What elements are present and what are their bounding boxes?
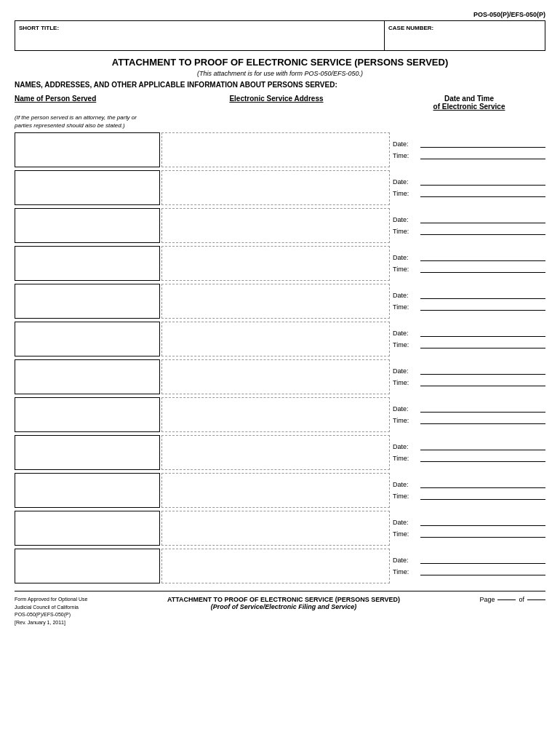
date-label: Date: <box>393 367 420 375</box>
name-cell[interactable] <box>15 132 160 167</box>
name-cell[interactable] <box>15 359 160 394</box>
datetime-cell: Date: Time: <box>393 549 545 583</box>
time-underline[interactable] <box>420 228 545 235</box>
address-cell[interactable] <box>161 322 390 356</box>
case-number-box[interactable]: CASE NUMBER: <box>385 21 545 50</box>
name-cell[interactable] <box>15 473 160 508</box>
date-underline[interactable] <box>420 292 545 299</box>
time-underline[interactable] <box>420 568 545 575</box>
time-label: Time: <box>393 266 420 273</box>
date-line: Date: <box>393 330 545 337</box>
date-underline[interactable] <box>420 216 545 223</box>
datetime-header-line1: Date and Time <box>393 95 545 103</box>
date-label: Date: <box>393 178 420 186</box>
time-underline[interactable] <box>420 379 545 386</box>
datetime-cell: Date: Time: <box>393 511 545 546</box>
address-cell[interactable] <box>161 511 390 546</box>
name-cell[interactable] <box>15 397 160 432</box>
date-line: Date: <box>393 216 545 223</box>
address-cell[interactable] <box>161 170 390 205</box>
time-underline[interactable] <box>420 417 545 424</box>
address-cell[interactable] <box>161 132 390 167</box>
page-label: Page <box>479 596 495 603</box>
address-cell[interactable] <box>161 549 390 583</box>
time-line: Time: <box>393 455 545 462</box>
name-cell[interactable] <box>15 549 160 583</box>
time-label: Time: <box>393 341 420 348</box>
footer-left: Form Approved for Optional Use Judicial … <box>15 596 109 626</box>
date-underline[interactable] <box>420 405 545 413</box>
date-underline[interactable] <box>420 254 545 261</box>
address-cell[interactable] <box>161 246 390 281</box>
footer-form-number: POS-050(P)/EFS-050(P) <box>15 611 109 619</box>
table-row: Date: Time: <box>15 435 545 470</box>
table-row: Date: Time: <box>15 511 545 546</box>
date-underline[interactable] <box>420 178 545 186</box>
time-underline[interactable] <box>420 530 545 538</box>
short-title-label: SHORT TITLE: <box>19 25 59 31</box>
time-label: Time: <box>393 303 420 311</box>
date-label: Date: <box>393 481 420 488</box>
table-row: Date: Time: <box>15 397 545 432</box>
date-line: Date: <box>393 140 545 148</box>
date-label: Date: <box>393 405 420 413</box>
short-title-box[interactable]: SHORT TITLE: <box>15 21 385 50</box>
date-line: Date: <box>393 481 545 488</box>
data-rows-container: Date: Time: Date: Time: <box>15 132 545 583</box>
date-underline[interactable] <box>420 481 545 488</box>
name-cell[interactable] <box>15 246 160 281</box>
date-line: Date: <box>393 254 545 261</box>
time-underline[interactable] <box>420 455 545 462</box>
date-label: Date: <box>393 443 420 450</box>
time-line: Time: <box>393 341 545 348</box>
name-cell[interactable] <box>15 435 160 470</box>
time-underline[interactable] <box>420 303 545 311</box>
address-cell[interactable] <box>161 397 390 432</box>
address-cell[interactable] <box>161 208 390 243</box>
date-underline[interactable] <box>420 443 545 450</box>
datetime-cell: Date: Time: <box>393 246 545 281</box>
address-cell[interactable] <box>161 359 390 394</box>
council-label: Judicial Council of California <box>15 604 109 612</box>
address-cell[interactable] <box>161 435 390 470</box>
form-number: POS-050(P)/EFS-050(P) <box>473 11 545 18</box>
address-cell[interactable] <box>161 473 390 508</box>
name-cell[interactable] <box>15 322 160 356</box>
column-headers: Name of Person Served Electronic Service… <box>15 95 545 111</box>
date-underline[interactable] <box>420 519 545 526</box>
time-label: Time: <box>393 379 420 386</box>
date-label: Date: <box>393 557 420 564</box>
time-label: Time: <box>393 417 420 424</box>
table-row: Date: Time: <box>15 473 545 508</box>
table-row: Date: Time: <box>15 322 545 356</box>
date-label: Date: <box>393 519 420 526</box>
datetime-cell: Date: Time: <box>393 473 545 508</box>
time-label: Time: <box>393 152 420 159</box>
date-label: Date: <box>393 216 420 223</box>
name-cell[interactable] <box>15 208 160 243</box>
time-label: Time: <box>393 190 420 197</box>
time-line: Time: <box>393 190 545 197</box>
time-underline[interactable] <box>420 266 545 273</box>
page-of: Page of <box>479 596 545 603</box>
date-underline[interactable] <box>420 367 545 375</box>
name-cell[interactable] <box>15 170 160 205</box>
names-header: NAMES, ADDRESSES, AND OTHER APPLICABLE I… <box>15 81 545 89</box>
time-line: Time: <box>393 417 545 424</box>
time-underline[interactable] <box>420 190 545 197</box>
date-underline[interactable] <box>420 140 545 148</box>
time-label: Time: <box>393 455 420 462</box>
name-cell[interactable] <box>15 284 160 319</box>
date-underline[interactable] <box>420 557 545 564</box>
time-underline[interactable] <box>420 152 545 159</box>
date-underline[interactable] <box>420 330 545 337</box>
time-underline[interactable] <box>420 341 545 348</box>
time-underline[interactable] <box>420 493 545 500</box>
col-datetime-header: Date and Time of Electronic Service <box>393 95 545 111</box>
time-line: Time: <box>393 530 545 538</box>
name-cell[interactable] <box>15 511 160 546</box>
table-row: Date: Time: <box>15 549 545 583</box>
address-cell[interactable] <box>161 284 390 319</box>
footer-center-line2: (Proof of Service/Electronic Filing and … <box>109 603 458 610</box>
datetime-cell: Date: Time: <box>393 322 545 356</box>
